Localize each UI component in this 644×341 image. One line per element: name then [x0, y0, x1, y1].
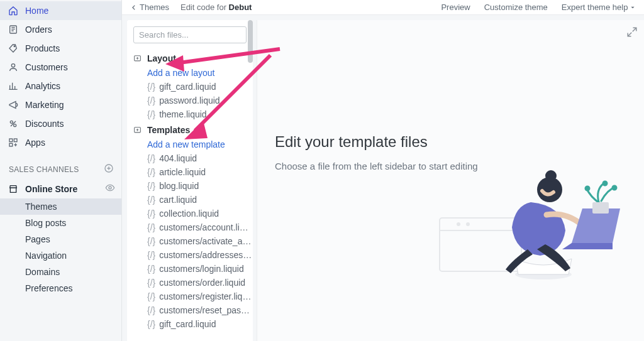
nav-item-home[interactable]: Home — [0, 1, 121, 20]
home-icon — [8, 5, 19, 16]
svg-point-4 — [14, 124, 16, 127]
nav-item-apps[interactable]: Apps — [0, 133, 121, 152]
file-entry[interactable]: {/} 404.liquid — [127, 151, 253, 165]
nav-label: Home — [25, 6, 48, 16]
file-entry[interactable]: {/} customers/register.liquid — [127, 290, 253, 303]
marketing-icon — [8, 99, 19, 111]
svg-rect-13 — [440, 218, 521, 271]
preview-link[interactable]: Preview — [441, 3, 470, 12]
file-entry[interactable]: {/} gift_card.liquid — [127, 317, 253, 331]
editor-panel: Edit your template files Choose a file f… — [257, 20, 644, 341]
nav-label: Products — [25, 43, 60, 53]
channel-online-store[interactable]: Online Store — [0, 179, 121, 198]
scrollbar-thumb[interactable] — [248, 20, 253, 63]
page-title: Edit code for Debut — [180, 3, 252, 12]
expand-icon[interactable] — [626, 26, 638, 40]
subnav-blog-posts[interactable]: Blog posts — [25, 215, 121, 231]
chevron-down-icon — [630, 5, 635, 10]
file-entry[interactable]: {/} customers/account.liquid — [127, 220, 253, 234]
file-entry[interactable]: {/} customers/addresses.liquid — [127, 248, 253, 262]
subnav-themes[interactable]: Themes — [0, 198, 121, 215]
group-name: Templates — [147, 125, 190, 135]
nav-item-customers[interactable]: Customers — [0, 58, 121, 77]
nav-item-products[interactable]: Products — [0, 39, 121, 58]
nav-label: Analytics — [25, 81, 60, 91]
file-entry[interactable]: {/} collection.liquid — [127, 207, 253, 220]
customers-icon — [8, 62, 19, 73]
subnav-domains[interactable]: Domains — [25, 264, 121, 280]
view-store-icon[interactable] — [105, 183, 115, 195]
nav-label: Apps — [25, 138, 45, 148]
expert-help-dropdown[interactable]: Expert theme help — [562, 3, 635, 12]
file-entry[interactable]: {/} customers/activate_account.liquid — [127, 234, 253, 248]
svg-rect-6 — [14, 139, 17, 142]
svg-rect-5 — [9, 139, 13, 142]
nav-label: Marketing — [25, 100, 64, 110]
add-template-link[interactable]: Add a new template — [127, 138, 253, 151]
svg-point-19 — [545, 170, 557, 181]
customize-theme-link[interactable]: Customize theme — [484, 3, 548, 12]
apps-icon — [8, 137, 19, 148]
nav-item-marketing[interactable]: Marketing — [0, 95, 121, 114]
svg-point-16 — [466, 222, 470, 226]
nav-label: Customers — [25, 62, 68, 72]
nav-item-orders[interactable]: Orders — [0, 20, 121, 39]
products-icon — [8, 43, 19, 54]
subnav-preferences[interactable]: Preferences — [25, 280, 121, 296]
analytics-icon — [8, 80, 19, 92]
discounts-icon — [8, 118, 19, 129]
subnav-pages[interactable]: Pages — [25, 231, 121, 247]
subnav-navigation[interactable]: Navigation — [25, 247, 121, 264]
store-icon — [8, 183, 19, 195]
file-entry[interactable]: {/} blog.liquid — [127, 179, 253, 193]
search-files[interactable] — [133, 26, 247, 43]
svg-point-3 — [10, 121, 13, 123]
orders-icon — [8, 24, 19, 35]
file-entry[interactable]: {/} article.liquid — [127, 165, 253, 179]
topbar: Themes Edit code for Debut Preview Custo… — [122, 0, 644, 15]
add-folder-icon — [133, 126, 142, 134]
group-name: Layout — [147, 53, 176, 63]
group-layout-header[interactable]: Layout — [127, 50, 253, 66]
file-entry[interactable]: {/} customers/order.liquid — [127, 276, 253, 290]
svg-rect-7 — [9, 143, 13, 146]
add-folder-icon — [133, 54, 142, 63]
nav-label: Orders — [25, 24, 52, 35]
add-channel-icon[interactable] — [104, 163, 114, 175]
left-sidebar: Home Orders Products Customers Analytics… — [0, 0, 122, 341]
svg-point-21 — [613, 186, 616, 190]
add-layout-link[interactable]: Add a new layout — [127, 66, 253, 80]
svg-point-9 — [109, 187, 111, 189]
file-entry[interactable]: {/} password.liquid — [127, 94, 253, 107]
svg-rect-23 — [592, 202, 609, 214]
breadcrumb-label: Themes — [140, 3, 169, 12]
svg-point-15 — [457, 222, 460, 226]
file-entry[interactable]: {/} customers/reset_password.liquid — [127, 303, 253, 317]
chevron-left-icon — [131, 4, 137, 11]
svg-point-20 — [603, 181, 607, 185]
file-tree-panel: Layout Add a new layout {/} gift_card.li… — [127, 20, 253, 341]
svg-point-2 — [11, 64, 14, 67]
nav-label: Discounts — [25, 119, 64, 129]
file-entry[interactable]: {/} theme.liquid — [127, 107, 253, 121]
svg-point-1 — [14, 46, 15, 47]
editor-illustration — [436, 121, 625, 284]
channel-label: Online Store — [25, 184, 77, 194]
sales-channels-label: SALES CHANNELS — [9, 165, 79, 174]
search-input[interactable] — [139, 30, 245, 40]
svg-point-22 — [586, 187, 589, 190]
nav-item-discounts[interactable]: Discounts — [0, 114, 121, 133]
breadcrumb-back[interactable]: Themes — [131, 3, 169, 12]
sales-channels-header: SALES CHANNELS — [0, 152, 121, 179]
file-entry[interactable]: {/} gift_card.liquid — [127, 80, 253, 94]
group-templates-header[interactable]: Templates — [127, 121, 253, 138]
nav-item-analytics[interactable]: Analytics — [0, 77, 121, 95]
online-store-subnav: Themes Blog posts Pages Navigation Domai… — [0, 198, 121, 296]
file-entry[interactable]: {/} cart.liquid — [127, 193, 253, 207]
file-entry[interactable]: {/} customers/login.liquid — [127, 262, 253, 276]
